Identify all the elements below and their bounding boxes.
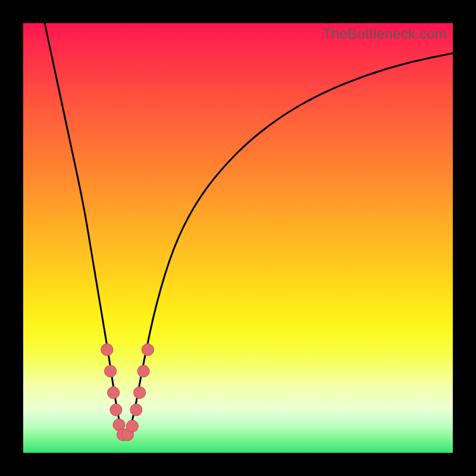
plot-area: TheBottleneck.com: [23, 23, 453, 453]
bead: [137, 365, 149, 377]
bead: [126, 420, 138, 432]
chart-frame: TheBottleneck.com: [0, 0, 476, 476]
bead: [134, 387, 146, 399]
bead: [108, 387, 120, 399]
bead: [104, 365, 116, 377]
curve-layer: [23, 23, 453, 453]
bead: [142, 344, 154, 356]
bead: [101, 344, 113, 356]
bead: [130, 404, 142, 416]
bead: [110, 404, 122, 416]
